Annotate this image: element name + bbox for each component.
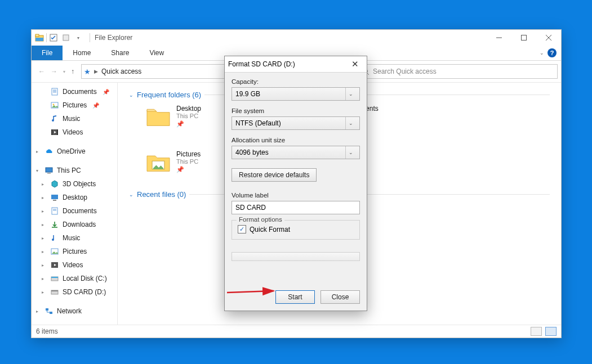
close-format-button[interactable]: Close xyxy=(321,290,360,304)
volume-label-input[interactable]: SD CARD xyxy=(232,201,360,214)
dialog-close-button[interactable]: ✕ xyxy=(346,59,363,69)
sidebar-item-local-disk[interactable]: ▸Local Disk (C:) xyxy=(33,272,116,285)
format-options-group: Format options ✓ Quick Format xyxy=(232,220,360,240)
navigation-sidebar: Documents📌 Pictures📌 Music Videos ▸OneDr… xyxy=(32,83,118,325)
svg-rect-23 xyxy=(51,195,58,199)
folder-icon xyxy=(146,151,171,173)
svg-rect-11 xyxy=(52,88,57,95)
svg-rect-19 xyxy=(51,129,52,135)
search-placeholder: Search Quick access xyxy=(373,68,437,75)
capacity-label: Capacity: xyxy=(232,78,360,85)
svg-rect-20 xyxy=(57,129,58,135)
svg-rect-1 xyxy=(35,34,39,37)
pin-icon: 📌 xyxy=(176,166,201,173)
folder-item-desktop[interactable]: DesktopThis PC📌 xyxy=(146,105,201,128)
qat-dropdown-icon[interactable]: ▾ xyxy=(74,33,83,42)
sidebar-item-sd-card[interactable]: ▸SD CARD (D:) xyxy=(33,285,116,299)
nav-forward-icon[interactable]: → xyxy=(51,68,57,75)
progress-bar xyxy=(232,252,360,261)
tab-share[interactable]: Share xyxy=(101,46,139,60)
sidebar-item-onedrive[interactable]: ▸OneDrive xyxy=(33,145,116,158)
chevron-down-icon: ⌄ xyxy=(345,88,356,100)
new-folder-icon[interactable] xyxy=(61,33,70,42)
nav-back-icon[interactable]: ← xyxy=(38,68,45,75)
app-icon xyxy=(35,33,44,42)
svg-rect-33 xyxy=(51,277,58,278)
tab-view[interactable]: View xyxy=(139,46,174,60)
dialog-titlebar: Format SD CARD (D:) ✕ xyxy=(225,56,367,73)
sidebar-item-documents[interactable]: Documents📌 xyxy=(33,85,116,98)
pin-icon: 📌 xyxy=(103,89,109,95)
sidebar-item-pictures[interactable]: Pictures📌 xyxy=(33,98,116,112)
restore-defaults-button[interactable]: Restore device defaults xyxy=(232,168,317,182)
titlebar: ▾ File Explorer xyxy=(32,30,561,46)
allocation-label: Allocation unit size xyxy=(232,137,360,143)
sidebar-item-this-pc[interactable]: ▾This PC xyxy=(33,164,116,177)
sidebar-item-desktop[interactable]: ▸Desktop xyxy=(33,191,116,204)
sidebar-item-videos-pc[interactable]: ▸Videos xyxy=(33,258,116,272)
svg-rect-22 xyxy=(47,173,51,174)
sidebar-item-pictures-pc[interactable]: ▸Pictures xyxy=(33,245,116,258)
quick-format-checkbox[interactable]: ✓ Quick Format xyxy=(238,225,354,233)
allocation-select[interactable]: 4096 bytes⌄ xyxy=(232,146,360,159)
quick-access-toolbar: ▾ xyxy=(49,33,83,42)
format-options-label: Format options xyxy=(237,216,284,223)
dialog-title: Format SD CARD (D:) xyxy=(228,60,295,68)
filesystem-label: File system xyxy=(232,107,360,114)
pin-icon: 📌 xyxy=(92,102,99,109)
svg-rect-6 xyxy=(522,35,527,41)
chevron-down-icon: ⌄ xyxy=(129,192,133,197)
svg-rect-25 xyxy=(52,208,57,214)
tab-file[interactable]: File xyxy=(32,46,63,60)
svg-rect-2 xyxy=(35,38,43,41)
history-dropdown-icon[interactable]: ▾ xyxy=(63,69,65,74)
sidebar-item-3d-objects[interactable]: ▸3D Objects xyxy=(33,177,116,191)
window-title: File Explorer xyxy=(95,34,132,42)
volume-label-label: Volume label xyxy=(232,192,360,199)
svg-point-17 xyxy=(52,119,54,122)
folder-icon xyxy=(146,105,171,128)
sidebar-item-documents-pc[interactable]: ▸Documents xyxy=(33,204,116,218)
svg-rect-36 xyxy=(46,308,48,311)
svg-line-10 xyxy=(367,73,369,75)
svg-rect-21 xyxy=(46,168,52,172)
sidebar-item-downloads[interactable]: ▸Downloads xyxy=(33,218,116,231)
view-large-icons-button[interactable] xyxy=(545,327,557,336)
breadcrumb[interactable]: Quick access xyxy=(101,68,141,75)
properties-icon[interactable] xyxy=(49,33,58,42)
nav-up-icon[interactable]: ↑ xyxy=(71,68,74,75)
sidebar-item-network[interactable]: ▸Network xyxy=(33,304,116,318)
sidebar-item-videos[interactable]: Videos xyxy=(33,125,116,139)
filesystem-select[interactable]: NTFS (Default)⌄ xyxy=(232,116,360,130)
chevron-down-icon: ⌄ xyxy=(345,146,356,159)
sidebar-item-music-pc[interactable]: ▸Music xyxy=(33,231,116,245)
close-button[interactable] xyxy=(536,30,561,46)
search-input[interactable]: Search Quick access xyxy=(358,64,558,79)
view-details-button[interactable] xyxy=(531,327,542,336)
maximize-button[interactable] xyxy=(511,30,536,46)
minimize-button[interactable] xyxy=(487,30,511,46)
quick-access-icon: ★ xyxy=(84,68,91,76)
help-icon[interactable]: ? xyxy=(548,48,557,57)
ribbon-expand-icon[interactable]: ⌄ xyxy=(540,50,544,56)
status-item-count: 6 items xyxy=(36,327,58,335)
chevron-down-icon: ⌄ xyxy=(129,92,133,98)
svg-rect-4 xyxy=(63,35,69,41)
folder-item-pictures[interactable]: PicturesThis PC📌 xyxy=(146,150,201,173)
chevron-down-icon: ⌄ xyxy=(345,117,356,129)
chevron-right-icon: ▶ xyxy=(94,69,98,74)
svg-point-29 xyxy=(52,239,54,241)
svg-rect-24 xyxy=(53,200,56,201)
start-button[interactable]: Start xyxy=(275,290,315,304)
status-bar: 6 items xyxy=(32,325,561,338)
svg-rect-35 xyxy=(51,290,58,291)
format-dialog: Format SD CARD (D:) ✕ Capacity: 19.9 GB⌄… xyxy=(224,56,367,311)
checkbox-icon: ✓ xyxy=(238,225,246,233)
capacity-select[interactable]: 19.9 GB⌄ xyxy=(232,87,360,101)
sidebar-item-music[interactable]: Music xyxy=(33,112,116,125)
svg-point-16 xyxy=(53,104,55,106)
tab-home[interactable]: Home xyxy=(63,46,101,60)
pin-icon: 📌 xyxy=(176,120,201,128)
